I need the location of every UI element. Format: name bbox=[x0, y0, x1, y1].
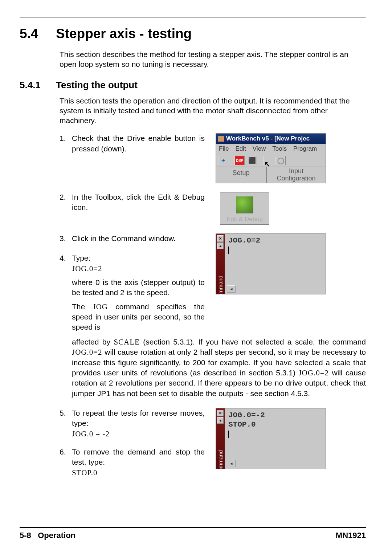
command-window-figure: × ◂ Command JOG.0=2 ◂ bbox=[216, 233, 326, 294]
menu-program[interactable]: Program bbox=[293, 145, 317, 152]
step-number: 1. bbox=[60, 133, 72, 154]
ellipse-icon[interactable]: ◯ bbox=[275, 156, 286, 165]
command-text-area[interactable]: JOG.0=2 bbox=[225, 234, 326, 294]
setup-tab[interactable]: Setup bbox=[216, 167, 267, 183]
command-sidebar: × ◂ Command bbox=[216, 234, 225, 294]
step-number: 2. bbox=[60, 192, 72, 213]
cursor-icon[interactable] bbox=[263, 156, 273, 165]
workbench-window-figure: WorkBench v5 - [New Projec File Edit Vie… bbox=[216, 133, 326, 183]
drive-enable-icon[interactable]: ⬛ bbox=[247, 156, 257, 165]
menu-file[interactable]: File bbox=[219, 145, 229, 152]
command-side-label: Command bbox=[217, 450, 224, 475]
footer-right: MN1921 bbox=[336, 531, 366, 540]
dsp-icon[interactable]: DSP bbox=[234, 156, 245, 165]
workbench-menubar: File Edit View Tools Program bbox=[216, 144, 326, 154]
step-number: 4. bbox=[60, 253, 72, 263]
step-text: In the Toolbox, click the Edit & Debug i… bbox=[72, 192, 205, 213]
command-text-area[interactable]: JOG.0=-2 STOP.0 bbox=[225, 408, 326, 469]
step-paragraph: The JOG command specifies the speed in u… bbox=[72, 302, 205, 333]
section-title: Stepper axis - testing bbox=[56, 26, 192, 41]
close-icon[interactable]: × bbox=[217, 410, 224, 416]
edit-debug-figure: Edit & Debug bbox=[220, 192, 269, 225]
step-paragraph: where 0 is the axis (stepper output) to … bbox=[72, 277, 205, 298]
footer-left: 5-8 Operation bbox=[20, 531, 75, 540]
plus-icon[interactable]: + bbox=[218, 156, 228, 165]
subsection-number: 5.4.1 bbox=[20, 80, 56, 91]
section-number: 5.4 bbox=[20, 26, 56, 41]
workbench-titlebar: WorkBench v5 - [New Projec bbox=[216, 134, 326, 144]
subsection-title: Testing the output bbox=[56, 80, 138, 91]
page-footer: 5-8 Operation MN1921 bbox=[20, 527, 366, 540]
step-text: To repeat the tests for reverse moves, t… bbox=[72, 408, 205, 429]
scroll-left-icon[interactable]: ◂ bbox=[227, 460, 236, 467]
close-icon[interactable]: × bbox=[217, 235, 224, 242]
step-number: 6. bbox=[60, 447, 72, 468]
step-text: To remove the demand and stop the test, … bbox=[72, 447, 205, 468]
subsection-intro: This section tests the operation and dir… bbox=[60, 96, 366, 126]
scroll-left-icon[interactable]: ◂ bbox=[227, 285, 236, 293]
step-text: Type: bbox=[72, 253, 205, 263]
input-config-panel: Input Configuration bbox=[267, 167, 326, 183]
pin-icon[interactable]: ◂ bbox=[217, 243, 224, 249]
workbench-app-icon bbox=[218, 136, 224, 142]
step-number: 3. bbox=[60, 233, 72, 244]
workbench-title-text: WorkBench v5 - [New Projec bbox=[226, 135, 310, 142]
edit-debug-icon[interactable] bbox=[236, 196, 253, 213]
edit-debug-label: Edit & Debug bbox=[222, 216, 267, 223]
step-code: JOG.0=2 bbox=[72, 264, 205, 274]
command-sidebar: × ◂ Command bbox=[216, 408, 225, 469]
step-text: Check that the Drive enable button is pr… bbox=[72, 133, 205, 154]
command-side-label: Command bbox=[217, 276, 224, 301]
pin-icon[interactable]: ◂ bbox=[217, 417, 224, 424]
command-window-figure: × ◂ Command JOG.0=-2 STOP.0 ◂ bbox=[216, 408, 326, 469]
step-code: JOG.0 = -2 bbox=[72, 429, 205, 439]
step-paragraph: affected by SCALE (section 5.3.1). If yo… bbox=[72, 337, 366, 399]
section-intro: This section describes the method for te… bbox=[60, 49, 366, 69]
top-rule bbox=[20, 17, 366, 17]
menu-view[interactable]: View bbox=[253, 145, 266, 152]
step-text: Click in the Command window. bbox=[72, 233, 205, 244]
menu-tools[interactable]: Tools bbox=[272, 145, 287, 152]
footer-rule bbox=[20, 527, 366, 528]
step-code: STOP.0 bbox=[72, 468, 205, 478]
workbench-toolbar: + DSP ⬛ ◯ bbox=[216, 154, 326, 167]
step-number: 5. bbox=[60, 408, 72, 429]
menu-edit[interactable]: Edit bbox=[235, 145, 246, 152]
